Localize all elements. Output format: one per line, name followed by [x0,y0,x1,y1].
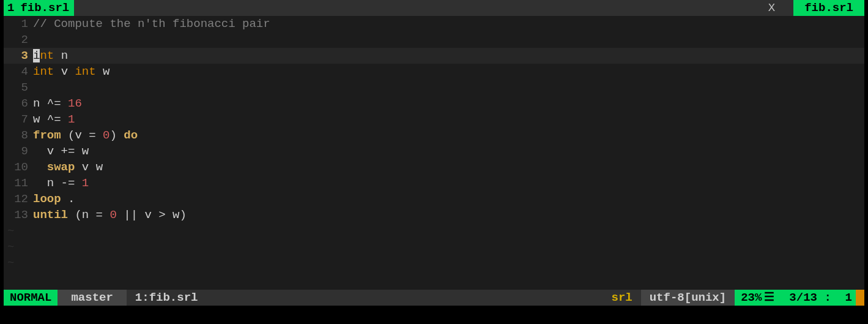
empty-line-tilde: ~ [4,255,864,271]
tab-secondary-filename: fib.srl [804,0,853,16]
code-line[interactable]: 9 v += w [4,143,864,159]
line-number: 12 [4,191,33,207]
filetype-indicator: srl [603,290,641,306]
code-line[interactable]: 7w ^= 1 [4,111,864,127]
line-number: 8 [4,127,33,143]
line-number: 1 [4,16,33,32]
line-number: 13 [4,207,33,223]
line-content: // Compute the n'th fibonacci pair [33,16,270,32]
encoding-text: utf-8[unix] [650,290,726,306]
editor-inner: 1 fib.srl X fib.srl 1// Compute the n'th… [4,0,864,306]
line-number: 9 [4,143,33,159]
line-content: int n [33,48,68,64]
tab-close-button[interactable]: X [762,0,781,16]
code-line[interactable]: 12loop . [4,191,864,207]
code-area[interactable]: 1// Compute the n'th fibonacci pair23int… [4,16,864,290]
close-icon: X [768,0,775,16]
line-content: swap v w [33,159,103,175]
line-content: w ^= 1 [33,111,75,127]
cursor-position: 3/13 : 1 [781,290,856,306]
tab-index: 1 [7,0,14,16]
empty-line-tilde: ~ [4,223,864,239]
percent-icon: ☰ [764,290,774,306]
mode-text: NORMAL [10,290,51,306]
pos-colon: : [817,290,845,306]
tab-bar: 1 fib.srl X fib.srl [4,0,864,16]
code-line[interactable]: 3int n [4,48,864,64]
empty-line-tilde: ~ [4,239,864,255]
buffer-index: 1 [135,290,142,306]
line-number: 4 [4,64,33,80]
buffer-indicator[interactable]: 1:fib.srl [127,290,207,306]
code-line[interactable]: 13until (n = 0 || v > w) [4,207,864,223]
line-number: 6 [4,96,33,111]
code-line[interactable]: 8from (v = 0) do [4,127,864,143]
status-spacer [206,290,603,306]
code-line[interactable]: 2 [4,32,864,48]
line-content: loop . [33,191,75,207]
encoding-indicator: utf-8[unix] [641,290,735,306]
editor-window: 1 fib.srl X fib.srl 1// Compute the n'th… [0,0,868,324]
line-content: from (v = 0) do [33,127,138,143]
line-number: 5 [4,80,33,96]
pos-total: 13 [803,290,817,306]
line-content: int v int w [33,64,109,80]
code-line[interactable]: 6n ^= 16 [4,96,864,111]
status-bar: NORMAL master 1:fib.srl srl utf-8[unix] … [4,290,864,306]
tab-filename: fib.srl [20,0,69,16]
git-branch: master [57,290,126,306]
line-number: 2 [4,32,33,48]
scroll-percent: 23% ☰ [735,290,781,306]
line-number: 7 [4,111,33,127]
buffer-sep: : [142,290,149,306]
line-content: n ^= 16 [33,96,82,111]
code-line[interactable]: 1// Compute the n'th fibonacci pair [4,16,864,32]
buffer-name: fib.srl [149,290,198,306]
line-number: 10 [4,159,33,175]
pos-line: 3 [789,290,796,306]
line-number: 3 [4,48,33,64]
pos-col: 1 [845,290,852,306]
code-line[interactable]: 4int v int w [4,64,864,80]
percent-text: 23% [741,290,762,306]
tab-active[interactable]: 1 fib.srl [4,0,74,16]
code-line[interactable]: 11 n -= 1 [4,175,864,191]
tab-secondary[interactable]: fib.srl [793,0,864,16]
code-line[interactable]: 10 swap v w [4,159,864,175]
code-line[interactable]: 5 [4,80,864,96]
line-content: until (n = 0 || v > w) [33,207,187,223]
tab-spacer [74,0,762,16]
pos-slash: / [796,290,803,306]
mode-indicator: NORMAL [4,290,57,306]
filetype-text: srl [612,290,632,306]
line-content: n -= 1 [33,175,89,191]
branch-name: master [71,290,113,306]
line-number: 11 [4,175,33,191]
warning-indicator [856,290,864,306]
line-content: v += w [33,143,89,159]
